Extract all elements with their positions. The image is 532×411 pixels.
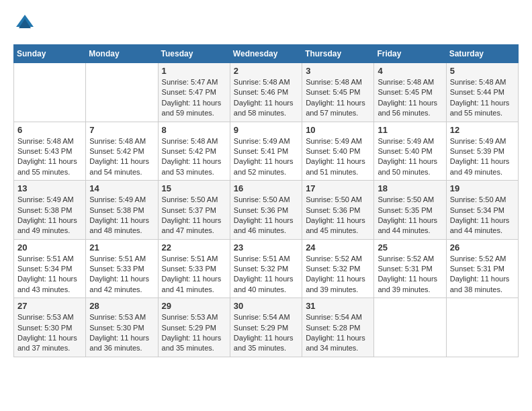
day-number: 24	[306, 242, 370, 253]
daylight-text: Daylight: 11 hours and 57 minutes.	[306, 98, 370, 119]
calendar-cell: 30Sunrise: 5:54 AMSunset: 5:29 PMDayligh…	[230, 298, 302, 357]
daylight-text: Daylight: 11 hours and 44 minutes.	[450, 216, 515, 236]
day-number: 19	[450, 183, 515, 193]
calendar-cell: 6Sunrise: 5:48 AMSunset: 5:43 PMDaylight…	[14, 122, 86, 181]
day-number: 6	[17, 125, 82, 135]
sunrise-text: Sunrise: 5:53 AM	[89, 312, 154, 322]
daylight-text: Daylight: 11 hours and 49 minutes.	[17, 216, 82, 236]
sunrise-text: Sunrise: 5:49 AM	[234, 136, 298, 146]
sunset-text: Sunset: 5:38 PM	[89, 205, 154, 216]
day-number: 20	[17, 242, 82, 253]
day-number: 29	[162, 301, 226, 311]
day-number: 25	[378, 242, 442, 253]
week-row-5: 27Sunrise: 5:53 AMSunset: 5:30 PMDayligh…	[14, 298, 519, 357]
calendar-cell: 8Sunrise: 5:48 AMSunset: 5:42 PMDaylight…	[158, 122, 230, 181]
daylight-text: Daylight: 11 hours and 53 minutes.	[162, 156, 226, 177]
day-number: 16	[234, 183, 298, 193]
sunset-text: Sunset: 5:33 PM	[89, 264, 154, 274]
calendar-cell: 16Sunrise: 5:50 AMSunset: 5:36 PMDayligh…	[230, 181, 302, 240]
sunset-text: Sunset: 5:39 PM	[450, 146, 515, 156]
calendar-cell: 5Sunrise: 5:48 AMSunset: 5:44 PMDaylight…	[446, 63, 518, 122]
day-number: 27	[17, 301, 82, 311]
day-number: 18	[378, 183, 442, 193]
sunset-text: Sunset: 5:30 PM	[89, 323, 154, 333]
calendar-cell: 31Sunrise: 5:54 AMSunset: 5:28 PMDayligh…	[302, 298, 374, 357]
sunrise-text: Sunrise: 5:49 AM	[17, 195, 82, 205]
sunset-text: Sunset: 5:42 PM	[162, 146, 226, 156]
day-number: 21	[89, 242, 154, 253]
day-number: 30	[234, 301, 298, 311]
day-number: 26	[450, 242, 515, 253]
calendar-cell: 4Sunrise: 5:48 AMSunset: 5:45 PMDaylight…	[374, 63, 446, 122]
sunset-text: Sunset: 5:41 PM	[234, 146, 298, 156]
calendar-cell	[374, 298, 446, 357]
daylight-text: Daylight: 11 hours and 47 minutes.	[162, 216, 226, 236]
sunset-text: Sunset: 5:28 PM	[306, 323, 370, 333]
header-row: SundayMondayTuesdayWednesdayThursdayFrid…	[14, 45, 519, 63]
header-day-thursday: Thursday	[302, 45, 374, 63]
calendar-cell: 25Sunrise: 5:52 AMSunset: 5:31 PMDayligh…	[374, 239, 446, 298]
sunset-text: Sunset: 5:29 PM	[162, 323, 226, 333]
day-number: 7	[89, 125, 154, 135]
calendar-cell	[446, 298, 518, 357]
header-day-tuesday: Tuesday	[158, 45, 230, 63]
sunrise-text: Sunrise: 5:52 AM	[306, 254, 370, 264]
sunset-text: Sunset: 5:30 PM	[17, 323, 82, 333]
daylight-text: Daylight: 11 hours and 42 minutes.	[89, 274, 154, 295]
day-number: 28	[89, 301, 154, 311]
daylight-text: Daylight: 11 hours and 54 minutes.	[89, 156, 154, 177]
sunset-text: Sunset: 5:36 PM	[234, 205, 298, 216]
sunset-text: Sunset: 5:44 PM	[450, 87, 515, 97]
day-number: 17	[306, 183, 370, 193]
daylight-text: Daylight: 11 hours and 41 minutes.	[162, 274, 226, 295]
calendar-cell: 7Sunrise: 5:48 AMSunset: 5:42 PMDaylight…	[86, 122, 158, 181]
sunrise-text: Sunrise: 5:48 AM	[89, 136, 154, 146]
sunset-text: Sunset: 5:42 PM	[89, 146, 154, 156]
logo	[13, 13, 35, 34]
calendar-cell: 28Sunrise: 5:53 AMSunset: 5:30 PMDayligh…	[86, 298, 158, 357]
daylight-text: Daylight: 11 hours and 52 minutes.	[234, 156, 298, 177]
sunset-text: Sunset: 5:38 PM	[17, 205, 82, 216]
calendar-header: SundayMondayTuesdayWednesdayThursdayFrid…	[14, 45, 519, 63]
calendar-cell: 12Sunrise: 5:49 AMSunset: 5:39 PMDayligh…	[446, 122, 518, 181]
daylight-text: Daylight: 11 hours and 56 minutes.	[378, 98, 442, 119]
week-row-1: 1Sunrise: 5:47 AMSunset: 5:47 PMDaylight…	[14, 63, 519, 122]
header-day-friday: Friday	[374, 45, 446, 63]
sunset-text: Sunset: 5:36 PM	[306, 205, 370, 216]
day-number: 11	[378, 125, 442, 135]
daylight-text: Daylight: 11 hours and 58 minutes.	[234, 98, 298, 119]
daylight-text: Daylight: 11 hours and 49 minutes.	[450, 156, 515, 177]
calendar-cell: 10Sunrise: 5:49 AMSunset: 5:40 PMDayligh…	[302, 122, 374, 181]
calendar-cell: 9Sunrise: 5:49 AMSunset: 5:41 PMDaylight…	[230, 122, 302, 181]
sunset-text: Sunset: 5:31 PM	[450, 264, 515, 274]
sunrise-text: Sunrise: 5:52 AM	[450, 254, 515, 264]
calendar-cell: 13Sunrise: 5:49 AMSunset: 5:38 PMDayligh…	[14, 181, 86, 240]
week-row-3: 13Sunrise: 5:49 AMSunset: 5:38 PMDayligh…	[14, 181, 519, 240]
calendar-cell: 22Sunrise: 5:51 AMSunset: 5:33 PMDayligh…	[158, 239, 230, 298]
sunrise-text: Sunrise: 5:54 AM	[306, 312, 370, 322]
day-number: 1	[162, 66, 226, 76]
sunset-text: Sunset: 5:29 PM	[234, 323, 298, 333]
sunset-text: Sunset: 5:34 PM	[17, 264, 82, 274]
daylight-text: Daylight: 11 hours and 48 minutes.	[89, 216, 154, 236]
sunset-text: Sunset: 5:34 PM	[450, 205, 515, 216]
sunrise-text: Sunrise: 5:48 AM	[234, 77, 298, 87]
day-number: 12	[450, 125, 515, 135]
sunset-text: Sunset: 5:43 PM	[17, 146, 82, 156]
calendar-cell: 20Sunrise: 5:51 AMSunset: 5:34 PMDayligh…	[14, 239, 86, 298]
sunset-text: Sunset: 5:45 PM	[378, 87, 442, 97]
page-header	[13, 13, 519, 34]
sunset-text: Sunset: 5:47 PM	[162, 87, 226, 97]
daylight-text: Daylight: 11 hours and 51 minutes.	[306, 156, 370, 177]
sunrise-text: Sunrise: 5:50 AM	[162, 195, 226, 205]
daylight-text: Daylight: 11 hours and 37 minutes.	[17, 333, 82, 354]
sunrise-text: Sunrise: 5:48 AM	[450, 77, 515, 87]
daylight-text: Daylight: 11 hours and 55 minutes.	[17, 156, 82, 177]
header-day-monday: Monday	[86, 45, 158, 63]
calendar-cell: 14Sunrise: 5:49 AMSunset: 5:38 PMDayligh…	[86, 181, 158, 240]
sunrise-text: Sunrise: 5:48 AM	[378, 77, 442, 87]
day-number: 2	[234, 66, 298, 76]
daylight-text: Daylight: 11 hours and 38 minutes.	[450, 274, 515, 295]
daylight-text: Daylight: 11 hours and 40 minutes.	[234, 274, 298, 295]
sunset-text: Sunset: 5:40 PM	[306, 146, 370, 156]
